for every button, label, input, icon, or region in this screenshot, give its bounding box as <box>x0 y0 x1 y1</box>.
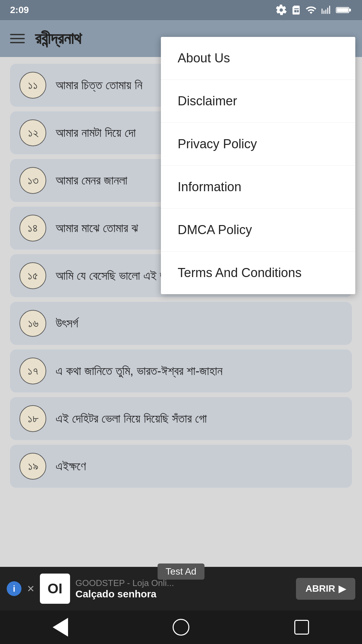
item-badge: ১৮ <box>19 405 46 432</box>
sim-icon <box>290 4 301 16</box>
signal-icon <box>321 4 333 16</box>
list-item[interactable]: ১৬ উৎসর্গ <box>10 302 352 345</box>
item-text: উৎসর্গ <box>56 316 78 330</box>
list-item[interactable]: ১৮ এই দেহিটর ভেলা নিয়ে দিয়েছি সঁতার গো <box>10 397 352 440</box>
dropdown-item-1[interactable]: Disclaimer <box>161 80 355 123</box>
item-text: এইক্ষণে <box>56 459 86 473</box>
nav-bar <box>0 610 362 644</box>
ad-text-block: GOODSTEP - Loja Onli... Calçado senhora <box>75 578 291 600</box>
nav-back-button[interactable] <box>50 617 70 637</box>
item-text: এ কথা জানিতে তুমি, ভারত-ঈশ্বর শা-জাহান <box>56 364 223 378</box>
item-badge: ১৯ <box>19 453 46 480</box>
dropdown-item-2[interactable]: Privacy Policy <box>161 123 355 166</box>
nav-home-button[interactable] <box>171 617 191 637</box>
list-item[interactable]: ১৯ এইক্ষণে <box>10 445 352 488</box>
ad-info-icon: i <box>7 581 21 596</box>
list-item[interactable]: ১৭ এ কথা জানিতে তুমি, ভারত-ঈশ্বর শা-জাহা… <box>10 350 352 392</box>
status-bar: 2:09 <box>0 0 362 20</box>
dropdown-item-3[interactable]: Information <box>161 166 355 209</box>
item-badge: ১৪ <box>19 215 46 241</box>
status-time: 2:09 <box>10 5 29 15</box>
item-badge: ১৬ <box>19 310 46 337</box>
item-badge: ১৩ <box>19 167 46 194</box>
item-text: আমার চিত্ত তোমায় নি <box>56 78 142 92</box>
dropdown-menu: About UsDisclaimerPrivacy PolicyInformat… <box>161 37 355 294</box>
hamburger-button[interactable] <box>10 34 25 43</box>
item-text: আমার মেনর জানলা <box>56 173 127 187</box>
item-text: আমার নামটা দিয়ে দো <box>56 126 136 140</box>
ad-subtitle: Calçado senhora <box>75 588 291 600</box>
dropdown-item-4[interactable]: DMCA Policy <box>161 209 355 252</box>
item-badge: ১২ <box>19 119 46 146</box>
ad-button-arrow: ▶ <box>339 583 346 594</box>
item-badge: ১৫ <box>19 262 46 289</box>
svg-rect-1 <box>349 9 351 11</box>
ad-open-button[interactable]: ABRIR ▶ <box>296 578 355 600</box>
item-badge: ১১ <box>19 72 46 99</box>
battery-icon <box>336 5 352 15</box>
ad-close-icon[interactable]: ✕ <box>27 583 35 594</box>
dropdown-item-5[interactable]: Terms And Conditions <box>161 252 355 294</box>
ad-logo: OI <box>40 574 70 604</box>
ad-button-label: ABRIR <box>305 583 335 594</box>
ad-test-badge: Test Ad <box>158 564 204 580</box>
svg-rect-2 <box>337 8 348 12</box>
dropdown-item-0[interactable]: About Us <box>161 37 355 80</box>
gear-icon <box>276 4 287 16</box>
item-text: আমার মাঝে তোমার ঝ <box>56 221 138 235</box>
status-icons <box>276 4 352 16</box>
item-badge: ১৭ <box>19 358 46 384</box>
recents-icon <box>294 620 309 635</box>
item-text: এই দেহিটর ভেলা নিয়ে দিয়েছি সঁতার গো <box>56 412 207 426</box>
home-icon <box>173 619 189 636</box>
back-icon <box>53 618 68 637</box>
ad-banner: Test Ad i ✕ OI GOODSTEP - Loja Onli... C… <box>0 567 362 610</box>
wifi-icon <box>304 4 318 16</box>
nav-recents-button[interactable] <box>292 617 312 637</box>
